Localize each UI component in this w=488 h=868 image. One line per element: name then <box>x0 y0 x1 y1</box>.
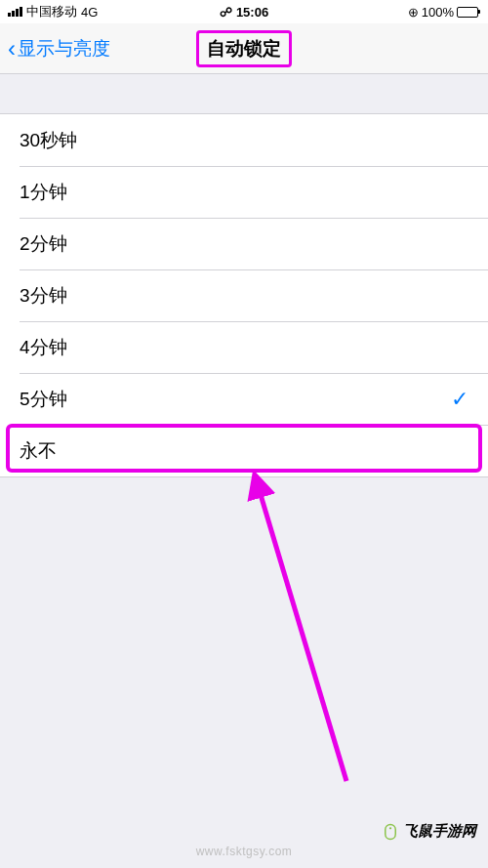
url-watermark: www.fsktgsy.com <box>196 845 293 858</box>
option-label: 4分钟 <box>20 335 67 360</box>
option-label: 30秒钟 <box>20 128 77 153</box>
status-left: 中国移动 4G <box>8 3 98 21</box>
hotspot-icon: ☍ <box>220 5 232 20</box>
option-1min[interactable]: 1分钟 <box>0 166 488 218</box>
svg-line-1 <box>259 488 346 781</box>
back-button[interactable]: ‹ 显示与亮度 <box>0 35 110 62</box>
option-4min[interactable]: 4分钟 <box>0 321 488 373</box>
svg-point-2 <box>389 827 391 829</box>
carrier-label: 中国移动 <box>26 3 77 21</box>
status-right: ⊕ 100% <box>408 5 480 20</box>
clock: 15:06 <box>236 5 268 20</box>
option-label: 2分钟 <box>20 231 67 257</box>
option-label: 3分钟 <box>20 283 67 309</box>
battery-percent: 100% <box>422 5 454 20</box>
signal-icon <box>8 7 22 17</box>
network-label: 4G <box>81 5 98 20</box>
arrow-annotation <box>171 469 366 801</box>
page-title: 自动锁定 <box>207 36 281 62</box>
back-label: 显示与亮度 <box>18 36 110 62</box>
battery-icon <box>457 7 480 18</box>
orientation-lock-icon: ⊕ <box>408 5 419 20</box>
option-label: 5分钟 <box>20 387 67 412</box>
brand-watermark: 飞鼠手游网 <box>382 822 476 841</box>
option-2min[interactable]: 2分钟 <box>0 218 488 269</box>
brand-label: 飞鼠手游网 <box>403 822 476 841</box>
checkmark-icon: ✓ <box>451 387 468 412</box>
mouse-icon <box>382 823 399 841</box>
option-label: 永不 <box>20 438 57 464</box>
chevron-left-icon: ‹ <box>8 35 16 62</box>
nav-bar: ‹ 显示与亮度 自动锁定 <box>0 23 488 74</box>
title-highlight-annotation: 自动锁定 <box>196 30 292 67</box>
option-5min[interactable]: 5分钟 ✓ <box>0 373 488 425</box>
autolock-options-list: 30秒钟 1分钟 2分钟 3分钟 4分钟 5分钟 ✓ 永不 <box>0 113 488 477</box>
option-never[interactable]: 永不 <box>0 425 488 476</box>
status-bar: 中国移动 4G ☍ 15:06 ⊕ 100% <box>0 0 488 23</box>
option-label: 1分钟 <box>20 180 67 205</box>
status-center: ☍ 15:06 <box>220 5 268 20</box>
option-3min[interactable]: 3分钟 <box>0 269 488 321</box>
option-30sec[interactable]: 30秒钟 <box>0 114 488 166</box>
